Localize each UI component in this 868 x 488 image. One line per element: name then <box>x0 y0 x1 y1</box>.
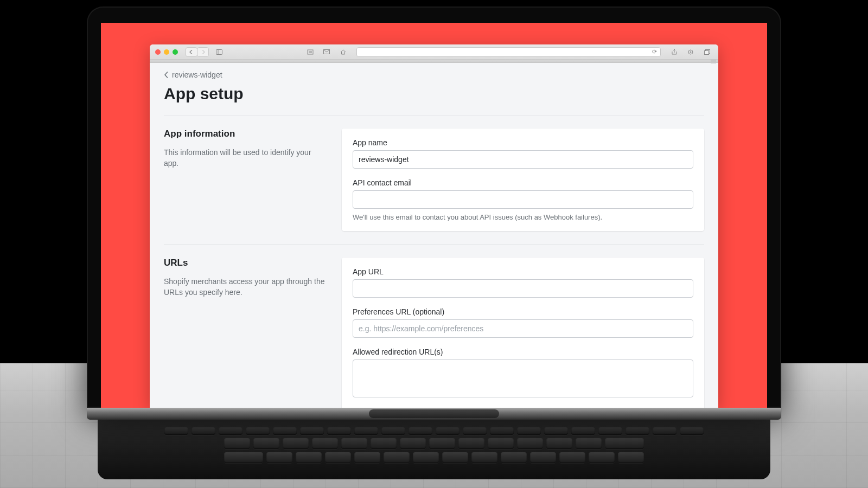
app-info-card: App name API contact email We'll use thi… <box>342 129 704 231</box>
api-email-input[interactable] <box>353 190 693 209</box>
browser-window: ⟳ <box>150 44 718 408</box>
redirect-url-label: Allowed redirection URL(s) <box>353 348 693 356</box>
urls-card: App URL Preferences URL (optional) Allow… <box>342 258 704 408</box>
laptop-keyboard <box>98 420 770 479</box>
laptop-bezel: ⟳ <box>87 7 781 408</box>
address-bar[interactable]: ⟳ <box>356 47 661 57</box>
downloads-icon[interactable] <box>685 47 697 57</box>
window-controls <box>155 49 178 55</box>
reader-icon[interactable] <box>304 47 316 57</box>
close-window-button[interactable] <box>155 49 161 55</box>
section-heading: App information <box>164 129 327 139</box>
app-url-input[interactable] <box>353 279 693 298</box>
app-name-label: App name <box>353 138 693 147</box>
tabs-icon[interactable] <box>701 47 713 57</box>
preferences-url-label: Preferences URL (optional) <box>353 307 693 316</box>
section-urls: URLs Shopify merchants access your app t… <box>164 244 704 408</box>
maximize-window-button[interactable] <box>173 49 178 55</box>
page-content: reviews-widget App setup App information… <box>150 63 718 408</box>
mail-icon[interactable] <box>321 47 333 57</box>
laptop-frame: ⟳ <box>87 7 781 479</box>
laptop-hinge <box>87 408 781 420</box>
chevron-left-icon <box>164 72 169 78</box>
section-description: Shopify merchants access your app throug… <box>164 276 327 298</box>
minimize-window-button[interactable] <box>164 49 169 55</box>
breadcrumb[interactable]: reviews-widget <box>164 70 704 79</box>
forward-button[interactable] <box>197 47 209 57</box>
sidebar-toggle-icon[interactable] <box>213 47 225 57</box>
app-name-input[interactable] <box>353 150 693 169</box>
api-email-label: API contact email <box>353 178 693 187</box>
svg-rect-8 <box>704 50 709 54</box>
breadcrumb-label: reviews-widget <box>172 70 222 79</box>
preferences-url-input[interactable] <box>353 319 693 338</box>
new-tab-button[interactable] <box>711 59 716 63</box>
redirect-url-input[interactable] <box>353 359 693 397</box>
section-heading: URLs <box>164 258 327 268</box>
back-button[interactable] <box>186 47 197 57</box>
home-icon[interactable] <box>337 47 349 57</box>
section-app-information: App information This information will be… <box>164 115 704 244</box>
app-url-label: App URL <box>353 267 693 276</box>
laptop-notch <box>369 409 499 418</box>
laptop-screen: ⟳ <box>101 23 767 408</box>
browser-toolbar: ⟳ <box>150 44 718 60</box>
share-icon[interactable] <box>668 47 680 57</box>
api-email-help: We'll use this email to contact you abou… <box>353 213 693 221</box>
tab-strip <box>150 60 718 63</box>
svg-rect-2 <box>308 50 313 54</box>
page-title: App setup <box>164 85 704 103</box>
reload-icon[interactable]: ⟳ <box>652 48 657 55</box>
section-description: This information will be used to identif… <box>164 147 327 169</box>
svg-rect-0 <box>216 49 222 54</box>
